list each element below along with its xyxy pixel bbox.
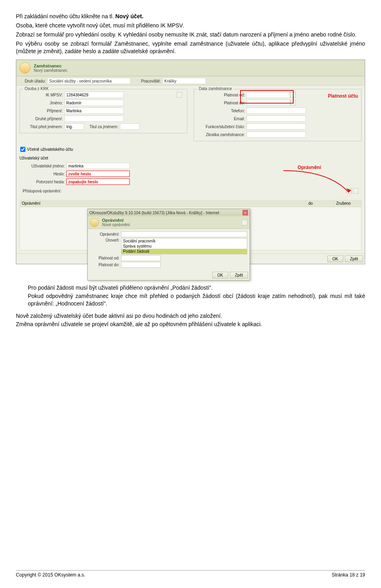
perm-grid-header: Oprávnění do Zrušeno [19, 200, 362, 207]
footer-page: Stránka 18 z 19 [332, 572, 365, 578]
telefon-value[interactable] [246, 108, 306, 114]
close-icon[interactable]: × [242, 210, 248, 215]
lookup-icon[interactable] [177, 92, 182, 98]
heslo-hint[interactable]: zvolte heslo [66, 171, 130, 177]
dialog-tool-icon[interactable] [242, 220, 247, 225]
main-zpet-button[interactable]: Zpět [345, 256, 363, 262]
platdo-label: Platnost do: [199, 101, 246, 105]
email-label: Email: [199, 117, 246, 121]
after-p4: Změna oprávnění uživatele se projeví oka… [16, 321, 365, 328]
dialog-icon [90, 218, 99, 227]
uziv-header: Uživatelský účet [19, 156, 362, 160]
dialog-title: Oprávnění [102, 218, 130, 223]
opravneni-dialog: OKnouze/OKslužby 9.10.104 (build 15673) … [87, 209, 250, 281]
zkratka-label: Zkratka zaměstnance: [199, 133, 246, 137]
app-title: Zaměstnanec [34, 63, 67, 68]
grid-h-zruseno: Zrušeno [334, 200, 362, 207]
intro-p1a: Při zakládání nového účtu klikněte na tl… [16, 13, 115, 19]
uziv-jmeno-label: Uživatelské jméno: [23, 164, 66, 168]
app-subtitle: Nový zaměstnanec [34, 68, 67, 73]
data-box: Data zaměstnance Platnost od: Platnost d… [194, 89, 362, 141]
pristup-label: Přístupová oprávnění: [23, 189, 74, 193]
intro-p3: Zobrazí se formulář pro vyhledání osoby.… [16, 31, 365, 38]
prijmeni-value[interactable]: Martinka [64, 108, 124, 114]
grid-h-opravneni: Oprávnění [19, 200, 306, 207]
uziv-section: Uživatelský účet Uživatelské jméno: mart… [16, 154, 365, 197]
footer-copyright: Copyright © 2015 OKsystem a.s. [16, 572, 85, 578]
ik-label: IK MPSV: [25, 93, 64, 97]
druh-uradu-value[interactable]: Sociální služby - vedení pracovníka [47, 78, 131, 84]
intro-p2: Osoba, které chcete vytvořit nový účet, … [16, 22, 365, 29]
screenshot-zamestnanec: Zaměstnanec Nový zaměstnanec Druh úřadu:… [16, 60, 365, 264]
titul-za-value[interactable] [120, 123, 140, 130]
druh-uradu-label: Druh úřadu: [19, 79, 47, 83]
dlg-platod-value[interactable] [121, 255, 161, 261]
top-band: Druh úřadu: Sociální služby - vedení pra… [16, 76, 365, 86]
titul-za-label: Titul za jménem: [84, 125, 120, 129]
osoba-box-title: Osoba z KRK [23, 86, 50, 91]
after-p1: Pro podání žádosti musí být uživateli př… [28, 284, 365, 292]
dlg-opr-label: Oprávnění: [90, 232, 121, 236]
vcetne-label: Včetně uživatelského účtu [27, 147, 73, 152]
app-header: Zaměstnanec Nový zaměstnanec [16, 60, 365, 76]
druhe-value[interactable] [64, 115, 124, 122]
dlg-list-item-2[interactable]: Správa systému [121, 244, 247, 249]
perm-grid: Oprávnění do Zrušeno OKnouze/OKslužby 9.… [19, 200, 362, 250]
dlg-platod-label: Platnost od: [90, 256, 121, 260]
dlg-uroven-label: Úroveň: [90, 238, 121, 242]
data-box-title: Data zaměstnance [197, 86, 233, 91]
heslo-label: Heslo: [23, 172, 66, 176]
ik-value[interactable]: 1284384629 [64, 92, 124, 98]
potvrz-hint[interactable]: zopakujte heslo [66, 179, 130, 185]
dlg-uroven-list[interactable]: Sociální pracovník Správa systému Podání… [121, 238, 247, 254]
platnost-uctu-highlight [240, 90, 294, 104]
dlg-ok-button[interactable]: OK [212, 272, 228, 279]
funkce-value[interactable] [246, 123, 306, 130]
intro-p4: Po výběru osoby se zobrazí formulář Zamě… [16, 40, 365, 55]
vcetne-checkbox[interactable] [20, 147, 25, 152]
prijmeni-label: Příjmení: [25, 109, 64, 113]
pracoviste-label: Pracoviště: [131, 79, 162, 83]
after-p3: Nově založený uživatelský účet bude akti… [16, 312, 365, 320]
osoba-box: Osoba z KRK IK MPSV: 1284384629 Jméno: R… [19, 89, 187, 133]
jmeno-value[interactable]: Radomír [64, 100, 124, 106]
perm-grid-body[interactable]: OKnouze/OKslužby 9.10.104 (build 15673) … [19, 207, 362, 250]
intro-p1b: Nový účet. [115, 13, 144, 19]
pracoviste-value[interactable]: Králíky [162, 78, 206, 84]
uziv-jmeno-value[interactable]: martinka [66, 163, 130, 169]
dialog-titlebar-text: OKnouze/OKslužby 9.10.104 (build 15673) … [89, 211, 219, 215]
titul-pred-label: Titul před jménem: [25, 125, 64, 129]
potvrz-label: Potvrzení hesla: [23, 180, 66, 184]
intro-p1: Při zakládání nového účtu klikněte na tl… [16, 13, 365, 20]
dlg-opr-value[interactable] [121, 231, 247, 237]
after-p2: Pokud odpovědný zaměstnanec kraje chce m… [28, 292, 365, 307]
platod-label: Platnost od: [199, 93, 246, 97]
telefon-label: Telefon: [199, 109, 246, 113]
dlg-zpet-button[interactable]: Zpět [230, 272, 248, 279]
email-value[interactable] [246, 115, 306, 122]
druhe-label: Druhé příjmení: [25, 117, 64, 121]
grid-h-do: do [306, 200, 334, 207]
platnost-uctu-callout: Platnost účtu [328, 93, 358, 99]
dlg-platdo-value[interactable] [121, 262, 161, 268]
dialog-btn-row: OK Zpět [88, 270, 250, 280]
page-footer: Copyright © 2015 OKsystem a.s. Stránka 1… [16, 570, 365, 578]
person-icon [19, 62, 31, 73]
funkce-label: Funkce/služební číslo: [199, 125, 246, 129]
dlg-list-item-1[interactable]: Sociální pracovník [121, 238, 247, 244]
zkratka-value[interactable] [246, 131, 306, 138]
titul-pred-value[interactable]: Ing. [64, 123, 84, 130]
dlg-platdo-label: Platnost do: [90, 263, 121, 267]
dialog-titlebar: OKnouze/OKslužby 9.10.104 (build 15673) … [88, 209, 250, 216]
dialog-subtitle: Nové oprávnění [102, 223, 130, 227]
jmeno-label: Jméno: [25, 101, 64, 105]
remove-icon[interactable] [353, 188, 358, 194]
main-ok-button[interactable]: OK [327, 256, 343, 262]
opravneni-arrow-icon [281, 169, 353, 196]
dlg-list-item-3[interactable]: Podání žádosti [121, 249, 247, 254]
